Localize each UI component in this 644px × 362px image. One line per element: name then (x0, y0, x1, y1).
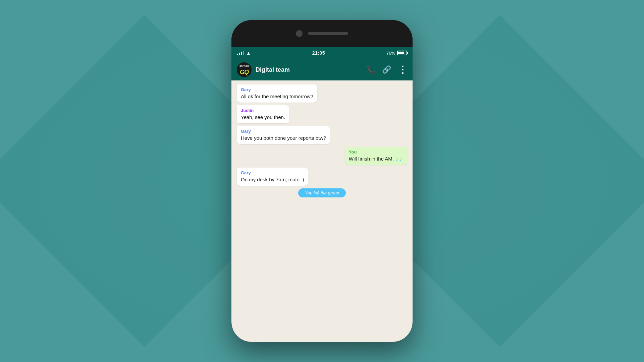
double-tick-icon: ✓✓ (395, 157, 403, 162)
signal-bar-3 (241, 52, 242, 55)
sender-gary-3: Gary (241, 170, 304, 175)
message-gary-2: Gary Have you both done your reports btw… (237, 126, 330, 144)
status-bar: ▲ 21:05 76% (231, 47, 413, 59)
system-message-left-group: You left the group (298, 188, 346, 197)
link-icon[interactable]: 🔗 (382, 65, 391, 74)
status-time: 21:05 (312, 50, 325, 56)
gq-brand-main: GQ (240, 69, 249, 76)
sender-gary-2: Gary (241, 129, 326, 134)
battery-fill (398, 52, 404, 54)
signal-bar-4 (243, 51, 244, 55)
status-left: ▲ (237, 50, 251, 56)
sender-justin-1: Justin (241, 108, 285, 113)
phone-camera (296, 30, 303, 37)
wifi-icon: ▲ (246, 50, 251, 56)
gq-logo: BRITISH GQ (237, 62, 252, 77)
phone-screen: ▲ 21:05 76% BRITISH GQ Digital team (231, 47, 413, 342)
sender-you: You (349, 149, 403, 155)
message-text-5: On my desk by 7am, mate :) (241, 176, 304, 183)
gq-brand-british: BRITISH (239, 65, 249, 67)
message-text-1: All ok for the meeting tomorrow? (241, 93, 313, 100)
status-right: 76% (386, 51, 407, 56)
header-icons: 📞 🔗 ⋮ (366, 65, 407, 74)
message-justin-1: Justin Yeah, see you then. (237, 105, 289, 123)
signal-bars (237, 51, 244, 55)
message-gary-1: Gary All ok for the meeting tomorrow? (237, 84, 317, 103)
more-icon[interactable]: ⋮ (398, 65, 407, 74)
signal-bar-1 (237, 54, 238, 55)
phone-frame: ▲ 21:05 76% BRITISH GQ Digital team (231, 20, 413, 342)
chat-title-area: Digital team (256, 66, 362, 73)
phone-top-bar (231, 20, 413, 47)
sender-gary-1: Gary (241, 87, 313, 92)
phone-icon[interactable]: 📞 (366, 65, 375, 74)
group-avatar: BRITISH GQ (237, 62, 252, 77)
signal-bar-2 (239, 53, 240, 55)
messages-area: Gary All ok for the meeting tomorrow? Ju… (231, 80, 413, 342)
chat-header: BRITISH GQ Digital team 📞 🔗 ⋮ (231, 59, 413, 80)
battery-percent: 76% (386, 51, 395, 56)
message-text-2: Yeah, see you then. (241, 114, 285, 121)
message-you-1: You Will finish in the AM. ✓✓ (345, 147, 407, 165)
battery-icon (397, 51, 407, 55)
outgoing-content: Will finish in the AM. ✓✓ (349, 155, 403, 162)
message-text-3: Have you both done your reports btw? (241, 134, 326, 141)
phone-speaker (308, 32, 348, 35)
message-text-4: Will finish in the AM. (349, 155, 394, 162)
message-gary-3: Gary On my desk by 7am, mate :) (237, 168, 308, 186)
chat-title: Digital team (256, 66, 290, 73)
